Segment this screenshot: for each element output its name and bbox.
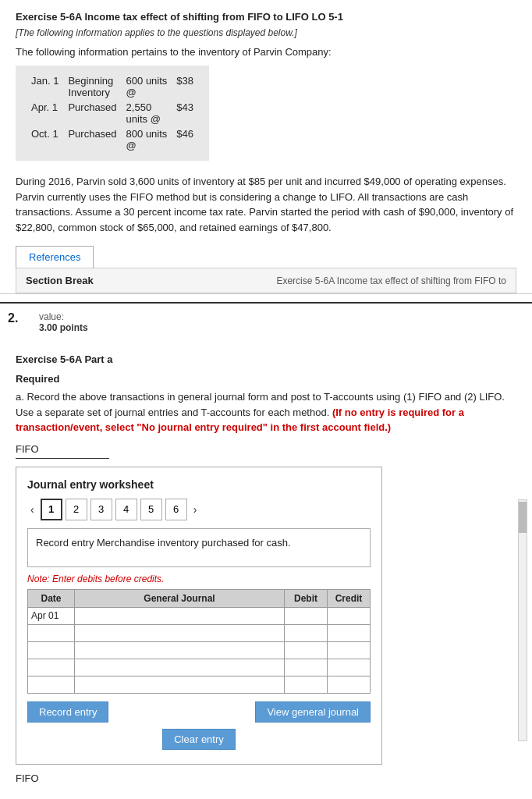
credit-input-3[interactable] bbox=[331, 645, 367, 655]
scrollbar-thumb bbox=[519, 502, 527, 533]
intro-text: The following information pertains to th… bbox=[16, 46, 516, 58]
tab-4[interactable]: 4 bbox=[115, 499, 137, 520]
inv-qty-2: 2,550units @ bbox=[122, 100, 172, 126]
next-tab-arrow[interactable]: › bbox=[190, 502, 200, 517]
action-buttons-row: Record entry View general journal bbox=[27, 701, 371, 723]
inv-price-2: $43 bbox=[172, 100, 198, 126]
row-journal-4[interactable] bbox=[75, 659, 285, 676]
row-debit-5[interactable] bbox=[285, 676, 328, 693]
inv-price-1: $38 bbox=[172, 73, 198, 100]
row-date-1: Apr 01 bbox=[28, 607, 75, 624]
row-journal-5[interactable] bbox=[75, 676, 285, 693]
row-credit-2[interactable] bbox=[328, 624, 371, 641]
inv-qty-3: 800 units@ bbox=[122, 126, 172, 153]
question-row: 2. value: 3.00 points bbox=[0, 302, 532, 333]
record-entry-button[interactable]: Record entry bbox=[27, 701, 108, 723]
exercise-title: Exercise 5-6A Income tax effect of shift… bbox=[16, 11, 516, 23]
section-break-bar: Section Break Exercise 5-6A Income tax e… bbox=[16, 268, 516, 293]
debit-input-3[interactable] bbox=[288, 645, 324, 655]
table-row: Oct. 1 Purchased 800 units@ $46 bbox=[27, 126, 198, 153]
value-points: value: 3.00 points bbox=[39, 311, 88, 333]
required-text: a. Record the above transactions in gene… bbox=[16, 389, 516, 435]
value-label: value: bbox=[39, 311, 88, 322]
col-header-debit: Debit bbox=[285, 589, 328, 607]
tab-3[interactable]: 3 bbox=[90, 499, 112, 520]
row-date-5 bbox=[28, 676, 75, 693]
table-row bbox=[28, 676, 371, 693]
credit-input-4[interactable] bbox=[331, 662, 367, 673]
row-credit-3[interactable] bbox=[328, 641, 371, 659]
clear-entry-row: Clear entry bbox=[27, 729, 371, 750]
table-row: Apr 01 bbox=[28, 607, 371, 624]
exercise-part-title: Exercise 5-6A Part a bbox=[16, 353, 516, 365]
tab-6[interactable]: 6 bbox=[165, 499, 187, 520]
credit-input-2[interactable] bbox=[331, 627, 367, 638]
tab-5[interactable]: 5 bbox=[140, 499, 162, 520]
inventory-table: Jan. 1 BeginningInventory 600 units@ $38… bbox=[27, 73, 198, 153]
section-break-right-text: Exercise 5-6A Income tax effect of shift… bbox=[276, 275, 506, 286]
table-row bbox=[28, 641, 371, 659]
table-row: Jan. 1 BeginningInventory 600 units@ $38 bbox=[27, 73, 198, 100]
fifo-label: FIFO bbox=[16, 443, 516, 455]
journal-table: Date General Journal Debit Credit Apr 01 bbox=[27, 589, 371, 694]
journal-worksheet-box: Journal entry worksheet ‹ 1 2 3 4 5 6 › … bbox=[16, 467, 382, 765]
inv-qty-1: 600 units@ bbox=[122, 73, 172, 100]
debit-input-2[interactable] bbox=[288, 627, 324, 638]
inv-label-3: Purchased bbox=[63, 126, 121, 153]
section-break-label: Section Break bbox=[26, 275, 94, 286]
journal-worksheet-title: Journal entry worksheet bbox=[27, 478, 371, 491]
row-date-2 bbox=[28, 624, 75, 641]
table-row bbox=[28, 624, 371, 641]
table-row: Apr. 1 Purchased 2,550units @ $43 bbox=[27, 100, 198, 126]
row-date-3 bbox=[28, 641, 75, 659]
clear-entry-button[interactable]: Clear entry bbox=[162, 729, 236, 750]
tab-2[interactable]: 2 bbox=[66, 499, 87, 520]
row-journal-2[interactable] bbox=[75, 624, 285, 641]
references-tab[interactable]: References bbox=[16, 246, 94, 268]
row-date-4 bbox=[28, 659, 75, 676]
row-debit-3[interactable] bbox=[285, 641, 328, 659]
journal-input-2[interactable] bbox=[78, 627, 281, 638]
debit-input-1[interactable] bbox=[288, 610, 324, 621]
question-number: 2. bbox=[8, 311, 23, 325]
fifo-underline bbox=[16, 458, 109, 459]
debit-input-5[interactable] bbox=[288, 679, 324, 690]
debit-input-4[interactable] bbox=[288, 662, 324, 673]
inv-label-1: BeginningInventory bbox=[63, 73, 121, 100]
row-credit-1[interactable] bbox=[328, 607, 371, 624]
description-text: During 2016, Parvin sold 3,600 units of … bbox=[16, 174, 516, 235]
inventory-table-wrapper: Jan. 1 BeginningInventory 600 units@ $38… bbox=[16, 66, 209, 161]
tab-1[interactable]: 1 bbox=[41, 499, 62, 520]
credit-input-5[interactable] bbox=[331, 679, 367, 690]
exercise-part-section: Exercise 5-6A Part a Required a. Record … bbox=[0, 333, 532, 784]
prev-tab-arrow[interactable]: ‹ bbox=[27, 502, 37, 517]
required-label: Required bbox=[16, 373, 516, 385]
journal-input-4[interactable] bbox=[78, 662, 281, 673]
row-credit-4[interactable] bbox=[328, 659, 371, 676]
inv-date-3: Oct. 1 bbox=[27, 126, 63, 153]
italic-note: [The following information applies to th… bbox=[16, 27, 516, 38]
col-header-journal: General Journal bbox=[75, 589, 285, 607]
row-debit-1[interactable] bbox=[285, 607, 328, 624]
note-debits: Note: Enter debits before credits. bbox=[27, 574, 371, 584]
inv-price-3: $46 bbox=[172, 126, 198, 153]
row-debit-4[interactable] bbox=[285, 659, 328, 676]
journal-input-3[interactable] bbox=[78, 645, 281, 655]
row-journal-1[interactable] bbox=[75, 607, 285, 624]
tab-navigation: ‹ 1 2 3 4 5 6 › bbox=[27, 499, 371, 520]
journal-input-1[interactable] bbox=[78, 610, 281, 621]
credit-input-1[interactable] bbox=[331, 610, 367, 621]
col-header-date: Date bbox=[28, 589, 75, 607]
view-general-journal-button[interactable]: View general journal bbox=[255, 701, 371, 723]
row-debit-2[interactable] bbox=[285, 624, 328, 641]
scrollbar-track[interactable] bbox=[518, 499, 527, 741]
col-header-credit: Credit bbox=[328, 589, 371, 607]
inv-date-1: Jan. 1 bbox=[27, 73, 63, 100]
row-journal-3[interactable] bbox=[75, 641, 285, 659]
table-row bbox=[28, 659, 371, 676]
row-credit-5[interactable] bbox=[328, 676, 371, 693]
fifo-label-bottom: FIFO bbox=[16, 772, 516, 784]
points-value: 3.00 points bbox=[39, 322, 88, 333]
record-description-box: Record entry Merchandise inventory purch… bbox=[27, 528, 371, 567]
journal-input-5[interactable] bbox=[78, 679, 281, 690]
